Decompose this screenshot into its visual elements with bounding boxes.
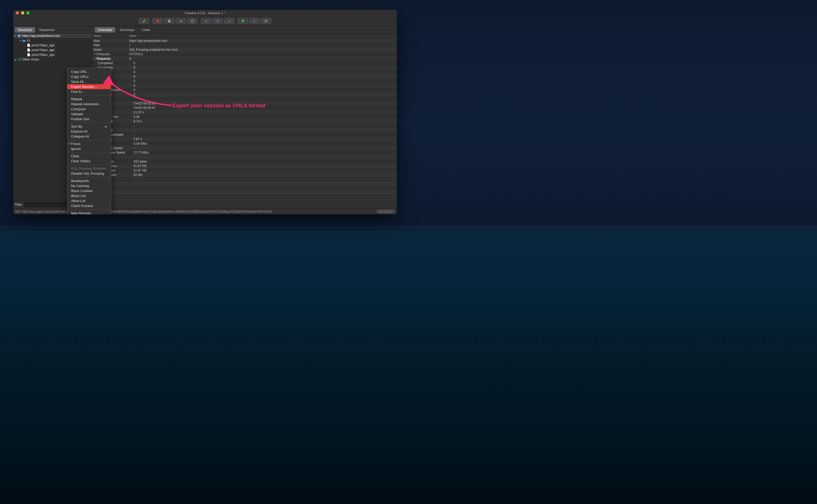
overview-row[interactable]: ▶Requests302 bytes: [92, 159, 397, 164]
app-window: Charles 4.5.6 - Session 1 *: [13, 10, 397, 214]
col-name[interactable]: Name: [92, 33, 128, 38]
overview-row[interactable]: ▶DNS-: [92, 123, 397, 128]
overview-row[interactable]: ▶Request Speed-: [92, 146, 397, 150]
overview-row[interactable]: ▶TLS Handshake-: [92, 132, 397, 137]
hosts-icon: [17, 58, 21, 61]
tree-other-hosts[interactable]: ▶ Other Hosts: [13, 57, 92, 62]
ctx-separator: [67, 123, 111, 123]
overview-value: 5.34 KB/s: [132, 142, 397, 145]
tab-summary[interactable]: Summary: [116, 27, 137, 33]
overview-row[interactable]: Compression92.9%: [92, 173, 397, 177]
pencil-icon[interactable]: [200, 18, 212, 24]
overview-row[interactable]: Requests / sec0.26: [92, 114, 397, 119]
refresh-icon[interactable]: [212, 18, 223, 24]
tree-item[interactable]: posts?days_ago: [13, 48, 92, 52]
ctx-disable-ssl[interactable]: Disable SSL Proxying: [67, 171, 111, 176]
overview-key-cell: Completed: [92, 61, 132, 65]
hex-icon[interactable]: [187, 18, 198, 24]
wrench-icon[interactable]: [249, 18, 260, 24]
overview-row[interactable]: ▶Responses51.67 KB: [92, 164, 397, 168]
overview-row[interactable]: ▶Connect-: [92, 128, 397, 132]
overview-value: 51.97 KB: [132, 169, 397, 172]
ctx-clear-others[interactable]: Clear Others: [67, 159, 111, 164]
ctx-sort-by[interactable]: Sort By: [67, 124, 111, 129]
ctx-no-caching[interactable]: No Caching: [67, 183, 111, 188]
tree-folder[interactable]: ▼ v1: [13, 38, 92, 43]
file-icon: [27, 48, 31, 52]
ctx-map-remote[interactable]: Map Remote…: [67, 211, 111, 214]
record-icon[interactable]: [152, 18, 163, 24]
ctx-validate[interactable]: Validate: [67, 112, 111, 117]
chevron-down-icon[interactable]: ▼: [93, 53, 97, 56]
ctx-collapse-all[interactable]: Collapse All: [67, 134, 111, 139]
svg-point-6: [265, 21, 267, 22]
ctx-publish-gist[interactable]: Publish Gist: [67, 117, 111, 122]
check-icon[interactable]: [224, 18, 235, 24]
ctx-save-all[interactable]: Save All…: [67, 79, 111, 84]
tab-chart[interactable]: Chart: [138, 27, 153, 33]
overview-row[interactable]: ▶Response Speed27.77 KB/s: [92, 150, 397, 155]
ctx-repeat[interactable]: Repeat: [67, 97, 111, 102]
ctx-find-in[interactable]: Find In…: [67, 89, 111, 94]
context-menu: Copy URL Copy URLs Save All… Export Sess…: [67, 68, 111, 214]
chevron-down-icon[interactable]: ▼: [19, 39, 22, 42]
ctx-expand-all[interactable]: Expand All: [67, 129, 111, 134]
overview-row[interactable]: Incomplete0: [92, 65, 397, 70]
overview-row[interactable]: ▶Speed5.34 KB/s: [92, 141, 397, 146]
tab-overview[interactable]: Overview: [95, 27, 115, 33]
overview-table[interactable]: Hosthttps://api.producthunt.comPath/Note…: [92, 38, 397, 201]
overview-value: 3: [132, 61, 397, 65]
overview-row[interactable]: ▶Latency7.87 s: [92, 137, 397, 141]
ctx-allow-list[interactable]: Allow List: [67, 198, 111, 203]
chevron-down-icon[interactable]: ▼: [14, 34, 17, 37]
ctx-copy-urls[interactable]: Copy URLs: [67, 74, 111, 79]
overview-value: 0: [132, 75, 397, 78]
overview-row[interactable]: ▼ProtocolsHTTP/2.0: [92, 52, 397, 56]
overview-row[interactable]: ▼Requests3: [92, 56, 397, 61]
ctx-clear[interactable]: Clear: [67, 154, 111, 159]
overview-row[interactable]: Path/: [92, 43, 397, 47]
tab-sequence[interactable]: Sequence: [36, 27, 58, 33]
ctx-compose[interactable]: Compose: [67, 107, 111, 112]
overview-row[interactable]: Hosthttps://api.producthunt.com: [92, 38, 397, 43]
bucket-icon[interactable]: [237, 18, 248, 24]
col-value[interactable]: Value: [128, 33, 397, 38]
overview-row[interactable]: ▶Combined51.97 KB: [92, 168, 397, 173]
ctx-block-list[interactable]: Block List: [67, 193, 111, 198]
ctx-separator: [67, 165, 111, 165]
tab-structure[interactable]: Structure: [15, 27, 35, 33]
overview-row[interactable]: Blocked0: [92, 74, 397, 79]
lock-icon[interactable]: [164, 18, 175, 24]
overview-value: 11.37 s: [132, 110, 397, 114]
ctx-export-session[interactable]: Export Session…: [67, 84, 111, 89]
ctx-client-process[interactable]: Client Process: [67, 203, 111, 208]
tree-other-label: Other Hosts: [22, 58, 39, 61]
content-area: ▼ https://api.producthunt.com ▼ v1 posts…: [13, 33, 397, 201]
chevron-down-icon[interactable]: ▼: [93, 57, 97, 60]
tree-item[interactable]: posts?days_ago: [13, 52, 92, 57]
overview-row[interactable]: NotesSSL Proxying enabled for this host: [92, 47, 397, 52]
overview-key: Protocols: [97, 52, 110, 56]
overview-key: Notes: [93, 48, 102, 52]
titlebar: Charles 4.5.6 - Session 1 *: [13, 10, 397, 16]
overview-row[interactable]: Timespan11.37 s: [92, 110, 397, 114]
overview-row[interactable]: Completed3: [92, 61, 397, 65]
overview-key: Host: [93, 39, 100, 43]
ctx-ignore[interactable]: Ignore: [67, 146, 111, 151]
broom-icon[interactable]: [138, 18, 149, 24]
ctx-breakpoints[interactable]: Breakpoints: [67, 178, 111, 183]
ctx-repeat-advanced[interactable]: Repeat Advanced…: [67, 102, 111, 107]
overview-row[interactable]: ▶Duration9.73 s: [92, 119, 397, 123]
main-panel: Name Value Hosthttps://api.producthunt.c…: [92, 33, 397, 201]
tree-item[interactable]: posts?days_ago: [13, 43, 92, 48]
gear-icon[interactable]: [260, 18, 272, 24]
tree-host[interactable]: ▼ https://api.producthunt.com: [13, 33, 92, 38]
turtle-icon[interactable]: [175, 18, 186, 24]
ctx-block-cookies[interactable]: Block Cookies: [67, 188, 111, 193]
overview-row[interactable]: Failed0: [92, 70, 397, 74]
overview-row[interactable]: Size: [92, 155, 397, 159]
overview-row-empty: [92, 195, 397, 199]
ctx-focus[interactable]: Focus: [67, 141, 111, 146]
chevron-right-icon[interactable]: ▶: [14, 58, 17, 61]
ctx-copy-url[interactable]: Copy URL: [67, 69, 111, 74]
